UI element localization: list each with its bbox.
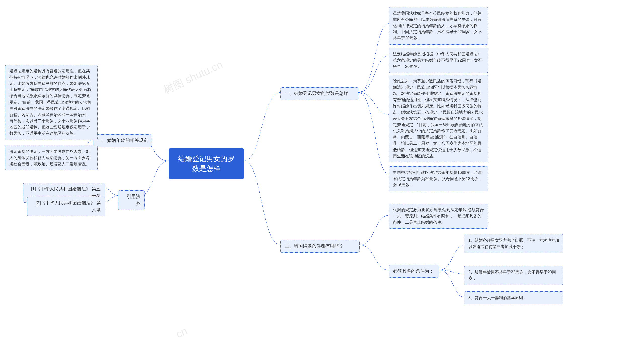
branch-2-title[interactable]: 二、婚姻年龄的相关规定 [93, 134, 152, 147]
branch-1-leaf-1[interactable]: 虽然我国法律赋予每个公民结婚的权利能力，但并非所有公民都可以成为婚姻法律关系的主… [389, 7, 488, 45]
branch-3-title[interactable]: 三、我国结婚条件都有哪些？ [280, 240, 360, 253]
branch-3-sub-1[interactable]: 1、结婚必须男女双方完全自愿，不许一方对他方加以强迫或任何第三者加以干涉； [464, 234, 564, 253]
center-topic[interactable]: 结婚登记男女的岁数是怎样 [169, 148, 244, 179]
branch-1-leaf-4[interactable]: 中国香港特别行政区法定结婚年龄是16周岁，台湾省法定结婚年龄为20周岁。父母同意… [389, 166, 488, 191]
branch-2-sub2-leaf[interactable]: 法定婚龄的确定，一方面要考虑自然因素，即人的身体发育和智力成熟情况，另一方面要考… [5, 145, 98, 170]
watermark: 树图 shutu.cn [161, 58, 225, 97]
branch-3-leaf-1[interactable]: 根据的规定必须要双方自愿,达到法定年龄,必须符合一夫一妻原则。结婚条件有两种，一… [389, 204, 488, 229]
cite-title[interactable]: 引用法条 [118, 190, 145, 210]
branch-1-leaf-3[interactable]: 除此之外，为尊重少数民族的风俗习惯，现行《婚姻法》规定，民族自治区可以根据本民族… [389, 75, 488, 162]
branch-1-leaf-2[interactable]: 法定结婚年龄是指根据《中华人民共和国婚姻法》第六条规定的男方结婚年龄不得早于22… [389, 48, 488, 73]
branch-3-sub-label[interactable]: 必须具备的条件为： [389, 265, 439, 278]
branch-1-title[interactable]: 一、结婚登记男女的岁数是怎样 [280, 87, 358, 100]
branch-2-sub1-leaf[interactable]: 婚姻法规定的婚龄具有普遍的适用性，但在某些特殊情况下，法律也允许对婚龄作出例外规… [5, 65, 98, 140]
watermark: cn [174, 325, 189, 340]
branch-3-sub-2[interactable]: 2、结婚年龄男不得早于22周岁，女不得早于20周岁； [464, 266, 564, 285]
cite-2[interactable]: [2]《中华人民共和国婚姻法》 第六条 [27, 197, 105, 216]
branch-3-sub-3[interactable]: 3、符合一夫一妻制的基本原则。 [464, 291, 564, 304]
